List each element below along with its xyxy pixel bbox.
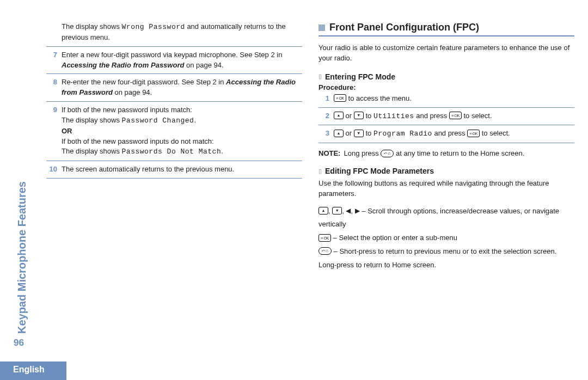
square-icon	[318, 24, 325, 31]
up-icon	[318, 207, 328, 214]
text: The display shows	[62, 147, 122, 155]
intro-text: Your radio is able to customize certain …	[318, 43, 574, 64]
reference: Accessing the Radio from Password	[62, 61, 184, 69]
step-7: 7 Enter a new four-digit password via ke…	[46, 47, 302, 75]
sub-heading-text: Entering FPC Mode	[325, 72, 395, 81]
text: to access the menu.	[346, 94, 412, 102]
right-icon	[355, 207, 360, 214]
section-title-vertical: Keypad Microphone Features	[16, 181, 28, 334]
step-number: 9	[46, 105, 57, 157]
or-label: OR	[62, 126, 302, 137]
text: Re-enter the new four-digit password. Se…	[62, 78, 226, 86]
text: The screen automatically returns to the …	[62, 164, 302, 175]
button-row-select: – Select the option or enter a sub-menu	[318, 231, 574, 245]
text: to select.	[480, 129, 510, 137]
text: Use the following buttons as required wh…	[318, 179, 574, 199]
text: .	[194, 116, 196, 124]
step-number: 7	[46, 50, 57, 71]
text: If both of the new password inputs match…	[62, 105, 302, 115]
step-number: 8	[46, 77, 57, 98]
display-text: Password Changed	[122, 117, 194, 125]
step-number: 1	[318, 94, 329, 104]
menu-item: Program Radio	[373, 130, 432, 138]
menu-item: Utilities	[373, 112, 414, 120]
step-8: 8 Re-enter the new four-digit password. …	[46, 74, 302, 102]
heading-text: Front Panel Configuration (FPC)	[329, 22, 479, 33]
fpc-step-1: 1 to access the menu.	[318, 94, 574, 108]
button-row-return: – Short-press to return to previous menu…	[318, 245, 574, 272]
left-icon	[346, 207, 351, 214]
sub-heading-entering: ▯ Entering FPC Mode	[318, 72, 574, 81]
down-icon	[354, 112, 364, 119]
menu-ok-icon	[449, 112, 462, 119]
menu-ok-icon	[334, 94, 346, 102]
step-number: 10	[46, 164, 57, 175]
text: on page 94.	[113, 88, 152, 96]
text: and press	[414, 112, 449, 120]
step-number: 3	[318, 128, 329, 139]
up-icon	[334, 112, 344, 119]
menu-ok-icon	[467, 130, 480, 137]
page-number: 96	[14, 338, 24, 348]
right-column: Front Panel Configuration (FPC) Your rad…	[318, 22, 574, 339]
down-icon	[354, 130, 364, 137]
arrow-icon: ▯	[318, 73, 322, 80]
text: to	[364, 112, 373, 120]
menu-ok-icon	[318, 234, 331, 242]
text: at any time to return to the Home screen…	[394, 149, 524, 157]
text: on page 94.	[184, 61, 223, 69]
left-column: The display shows Wrong Password and aut…	[46, 22, 302, 339]
language-label: English	[0, 361, 66, 380]
step-number: 2	[318, 111, 329, 122]
display-text: Passwords Do Not Match	[122, 148, 222, 156]
sub-heading-editing: ▯ Editing FPC Mode Parameters	[318, 167, 574, 175]
text: The display shows	[62, 116, 122, 124]
text: Long press	[344, 149, 381, 157]
arrow-icon: ▯	[318, 168, 322, 175]
text: Enter a new four-digit password via keyp…	[62, 51, 282, 59]
language-bar: English	[0, 361, 588, 380]
home-icon	[318, 247, 332, 255]
fpc-step-2: 2 or to Utilities and press to select.	[318, 108, 574, 126]
step-9: 9 If both of the new password inputs mat…	[46, 102, 302, 161]
text: to select.	[462, 112, 492, 120]
section-heading: Front Panel Configuration (FPC)	[318, 22, 574, 36]
down-icon	[332, 207, 342, 214]
text: .	[221, 147, 223, 155]
home-icon	[381, 150, 394, 157]
fpc-step-3: 3 or to Program Radio and press to selec…	[318, 125, 574, 143]
text: to	[364, 129, 373, 137]
text: The display shows	[62, 22, 122, 30]
text: – Short-press to return to previous menu…	[318, 247, 556, 269]
step-10: 10 The screen automatically returns to t…	[46, 161, 302, 179]
text: or	[344, 129, 354, 137]
text: – Select the option or enter a sub-menu	[331, 234, 457, 242]
text: or	[344, 112, 354, 120]
display-text: Wrong Password	[122, 23, 185, 31]
procedure-label: Procedure:	[318, 83, 574, 91]
intro-line: The display shows Wrong Password and aut…	[46, 22, 302, 47]
sidebar: Keypad Microphone Features	[14, 22, 30, 339]
button-row-scroll: , , , – Scroll through options, increase…	[318, 205, 574, 231]
text: If both of the new password inputs do no…	[62, 137, 302, 147]
sub-heading-text: Editing FPC Mode Parameters	[325, 167, 434, 175]
up-icon	[334, 130, 344, 137]
page-content: Keypad Microphone Features The display s…	[0, 0, 588, 339]
note: NOTE: Long press at any time to return t…	[318, 149, 574, 159]
note-label: NOTE:	[318, 149, 340, 159]
text: and press	[432, 129, 467, 137]
